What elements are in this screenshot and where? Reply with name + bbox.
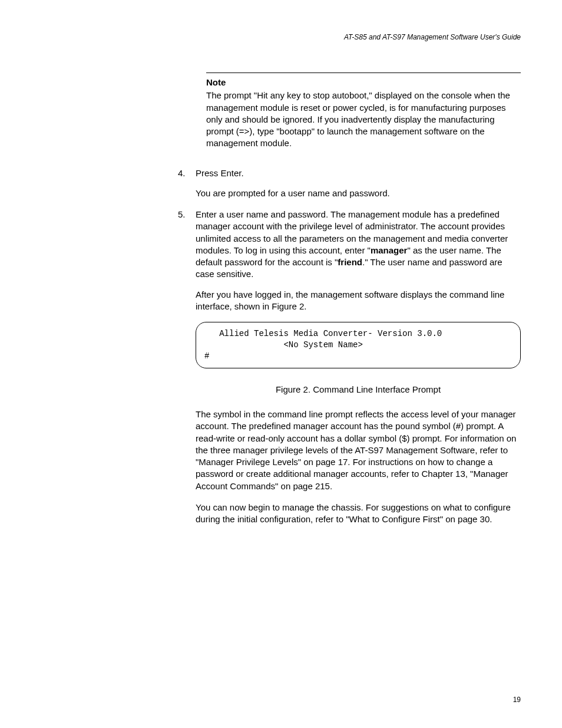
note-rule [206,73,521,73]
step-5-text: Enter a user name and password. The mana… [196,209,521,281]
cli-frame: Allied Telesis Media Converter- Version … [196,322,521,368]
step-5-bold-friend: friend [338,257,362,267]
step-5-bold-manager: manager [371,245,408,255]
step-4-text: Press Enter. [196,167,521,179]
cli-line-3: # [204,351,209,361]
paragraph-prompt-symbol: The symbol in the command line prompt re… [196,409,521,492]
step-5-number: 5. [178,209,196,281]
cli-line-2: <No System Name> [204,340,363,350]
step-4: 4. Press Enter. [178,167,521,179]
note-body: The prompt "Hit any key to stop autoboot… [206,90,521,149]
note-block: Note The prompt "Hit any key to stop aut… [206,73,521,150]
step-4-number: 4. [178,167,196,179]
cli-figure: Allied Telesis Media Converter- Version … [196,322,521,396]
paragraph-begin-manage: You can now begin to manage the chassis.… [196,502,521,526]
page-number: 19 [513,695,521,704]
step-4-followup: You are prompted for a user name and pas… [196,187,521,199]
note-heading: Note [206,77,521,88]
step-5-followup: After you have logged in, the management… [196,289,521,313]
cli-line-1: Allied Telesis Media Converter- Version … [204,329,442,338]
step-5: 5. Enter a user name and password. The m… [178,209,521,281]
page: AT-S85 and AT-S97 Management Software Us… [0,0,562,728]
running-header: AT-S85 and AT-S97 Management Software Us… [41,32,521,42]
figure-caption: Figure 2. Command Line Interface Prompt [196,384,521,396]
